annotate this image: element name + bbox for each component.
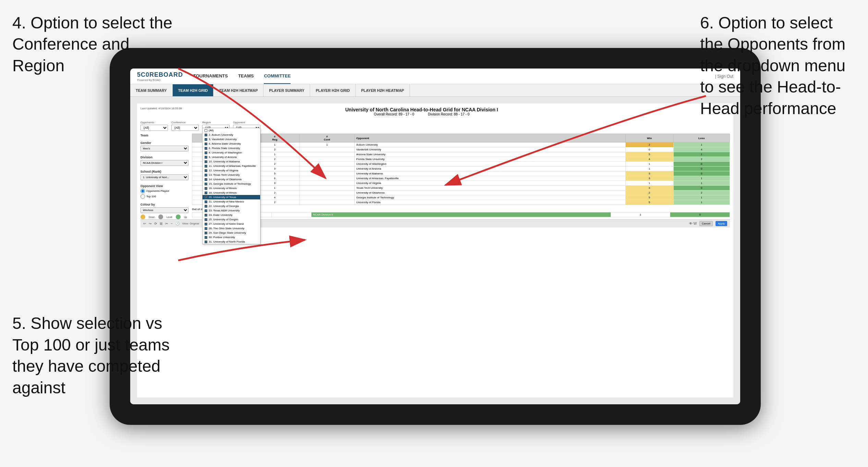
opponent-filter: Opponent (All) (All)✓2. Auburn Universit… <box>233 121 260 131</box>
cell-win: 1 <box>625 167 673 171</box>
cell-conf <box>299 167 355 171</box>
report-panel: Last Updated: 4/10/2024 16:55:38 Univers… <box>137 103 733 397</box>
subnav-player-h2h-grid[interactable]: PLAYER H2H GRID <box>310 84 355 96</box>
dropdown-item[interactable]: ✓4. Arizona State University <box>203 142 260 146</box>
dropdown-item[interactable]: ✓21. University of New Mexico <box>203 199 260 204</box>
dropdown-item[interactable]: ✓28. The Ohio State University <box>203 226 260 231</box>
annotation-2: 6. Option to select the Opponents from t… <box>700 12 858 119</box>
table-row: 8 2 University of Washington 1 0 <box>192 162 730 167</box>
dropdown-item[interactable]: ✓9. University of Arizona <box>203 155 260 159</box>
cancel-button[interactable]: Cancel <box>699 221 713 226</box>
dropdown-item[interactable]: ✓14. University of Oklahoma <box>203 177 260 182</box>
cell-loss: 1 <box>673 195 730 200</box>
copy-icon[interactable]: ⊞ <box>160 222 162 225</box>
dropdown-item[interactable]: ✓18. University of Illinois <box>203 191 260 195</box>
clock-icon[interactable]: 🕐 <box>175 222 180 225</box>
subnav-team-h2h-grid[interactable]: TEAM H2H GRID <box>173 84 214 96</box>
subnav-player-h2h-heatmap[interactable]: PLAYER H2H HEATMAP <box>356 84 410 96</box>
cell-win: 4 <box>625 157 673 162</box>
table-row: 4 1 Arizona State University 5 1 <box>192 152 730 157</box>
dropdown-item[interactable]: ✓3. Vanderbilt University <box>203 137 260 142</box>
dropdown-item[interactable]: ✓23. Texas A&M University <box>203 208 260 213</box>
cell-name: Auburn University <box>355 143 625 147</box>
opponents-select[interactable]: (All) <box>140 125 168 131</box>
crop-icon[interactable]: ✂ <box>165 222 168 225</box>
refresh-icon[interactable]: ⟳ <box>154 222 157 225</box>
left-panel: Team Gender Men's Division NCAA Division… <box>140 134 188 219</box>
cell-conf: 1 <box>299 143 355 147</box>
dropdown-item[interactable]: ✓12. University of Virginia <box>203 168 260 173</box>
division-select[interactable]: NCAA Division I <box>140 160 188 166</box>
dropdown-item[interactable]: ✓6. Florida State University <box>203 146 260 150</box>
cell-conf <box>299 200 355 205</box>
school-section: School (Rank) 1. University of Nort... <box>140 170 188 180</box>
opponent-dropdown[interactable]: (All)✓2. Auburn University✓3. Vanderbilt… <box>202 128 260 244</box>
dropdown-item[interactable]: ✓16. University of Illinois <box>203 186 260 191</box>
dropdown-item[interactable]: ✓2. Auburn University <box>203 133 260 137</box>
nav-tournaments[interactable]: TOURNAMENTS <box>193 69 228 84</box>
opponents-filter: Opponents: (All) <box>140 121 168 131</box>
cell-name: University of Washington <box>355 162 625 167</box>
colour-select[interactable]: Win/loss <box>140 207 188 213</box>
colour-dots: Down Level Up <box>140 214 188 219</box>
dropdown-item[interactable]: ✓24. Duke University <box>203 213 260 217</box>
annotation-3: 5. Show selection vs Top 100 or just tea… <box>12 313 191 398</box>
table-header-row: #Rank #Reg #Conf Opponent Win Loss <box>192 134 730 143</box>
cell-conf <box>299 147 355 152</box>
dropdown-item[interactable]: ✓13. Texas Tech University <box>203 173 260 177</box>
dot-level-label: Level <box>167 216 172 218</box>
col-opponent: Opponent <box>355 134 625 143</box>
cell-loss: 1 <box>673 200 730 205</box>
dot-up-label: Up <box>184 216 187 218</box>
subnav-team-summary[interactable]: TEAM SUMMARY <box>130 84 173 96</box>
radio-opponents-played[interactable]: Opponents Played <box>140 189 188 193</box>
report-records: Overall Record: 89 - 17 - 0 Division Rec… <box>182 112 661 116</box>
gender-select[interactable]: Men's <box>140 146 188 151</box>
subnav-team-h2h-heatmap[interactable]: TEAM H2H HEATMAP <box>213 84 264 96</box>
dropdown-item[interactable]: ✓25. University of Oregon <box>203 217 260 222</box>
table-row: 3 2 Vanderbilt University 0 4 <box>192 147 730 152</box>
nav-teams[interactable]: TEAMS <box>238 69 254 84</box>
dropdown-item[interactable]: ✓22. University of Georgia <box>203 204 260 208</box>
undo-icon[interactable]: ↩ <box>143 222 146 225</box>
last-updated: Last Updated: 4/10/2024 16:55:38 <box>140 107 182 119</box>
cell-loss: 4 <box>673 147 730 152</box>
view-label: View: Original <box>182 222 199 225</box>
dropdown-item[interactable]: ✓10. University of Alabama <box>203 159 260 164</box>
cell-conf <box>299 195 355 200</box>
nav-committee[interactable]: COMMITTEE <box>264 69 291 84</box>
cell-win: 3 <box>625 186 673 191</box>
cell-loss: 2 <box>673 157 730 162</box>
opponent-view-label: Opponent View <box>140 184 188 188</box>
cell-name: University of Alabama <box>355 171 625 176</box>
dropdown-item[interactable]: ✓11. University of Arkansas, Fayettevill… <box>203 164 260 168</box>
apply-button[interactable]: Apply <box>716 221 727 226</box>
dropdown-item[interactable]: (All) <box>203 128 260 133</box>
tablet-screen: 5C0REBOARD Powered By ROAD TOURNAMENTS T… <box>130 69 740 404</box>
school-select[interactable]: 1. University of Nort... <box>140 174 188 180</box>
cell-conf <box>299 176 355 181</box>
minus-icon[interactable]: − <box>171 222 173 225</box>
dropdown-item[interactable]: ✓20. University of Texas <box>203 195 260 199</box>
dot-down <box>140 214 145 219</box>
division-label: Division <box>140 156 188 159</box>
dropdown-item[interactable]: ✓29. San Diego State University <box>203 231 260 235</box>
table-row: 16 2 University of Florida 5 1 <box>192 200 730 205</box>
division-record: Division Record: 88 - 17 - 0 <box>428 112 469 116</box>
dot-up <box>176 214 181 219</box>
dropdown-item[interactable]: ✓8. University of Washington <box>203 150 260 155</box>
dropdown-item[interactable]: ✓27. University of Notre Dame <box>203 222 260 226</box>
cell-win: 1 <box>611 212 670 217</box>
dropdown-item[interactable]: ✓15. Georgia Institute of Technology <box>203 182 260 186</box>
dropdown-item[interactable]: ✓30. Purdue University <box>203 235 260 239</box>
cell-loss: 0 <box>670 212 730 217</box>
radio-top100[interactable]: Top 100 <box>140 194 188 199</box>
opponent-label: Opponent <box>233 121 260 124</box>
filters-row: Opponents: (All) Conference (All) Region <box>140 121 730 131</box>
redo-icon[interactable]: ↪ <box>149 222 151 225</box>
subnav-player-summary[interactable]: PLAYER SUMMARY <box>264 84 310 96</box>
cell-loss: 1 <box>673 176 730 181</box>
table-row: 9 3 University of Arizona 1 0 <box>192 167 730 171</box>
dropdown-item[interactable]: ✓31. University of North Florida <box>203 239 260 244</box>
conference-select[interactable]: (All) <box>171 125 199 131</box>
